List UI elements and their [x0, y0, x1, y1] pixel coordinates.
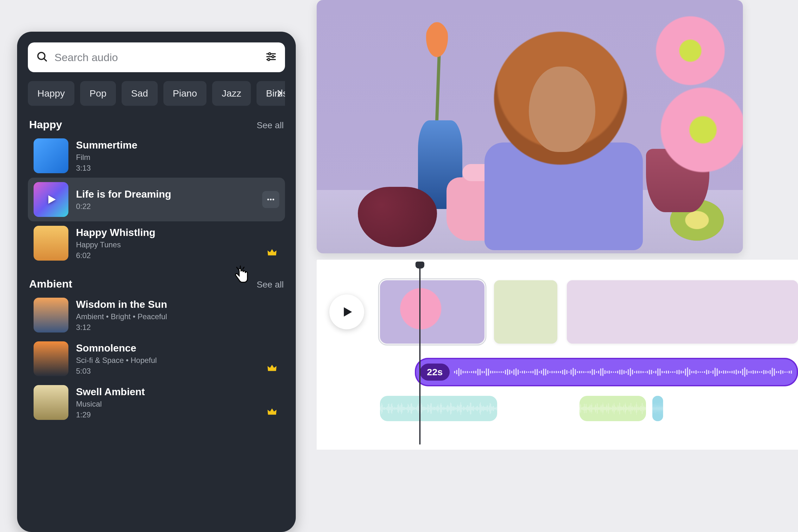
svg-rect-74	[581, 371, 582, 373]
see-all-link[interactable]: See all	[256, 280, 284, 290]
svg-rect-156	[755, 371, 756, 374]
svg-rect-461	[632, 406, 633, 411]
playhead[interactable]	[419, 267, 420, 444]
svg-rect-233	[423, 406, 423, 411]
svg-rect-41	[511, 371, 512, 373]
svg-rect-89	[613, 372, 614, 373]
audio-clip-secondary[interactable]	[652, 396, 663, 421]
svg-rect-490	[644, 407, 645, 411]
svg-rect-126	[691, 371, 692, 373]
svg-rect-250	[436, 407, 436, 410]
svg-rect-269	[450, 406, 450, 411]
more-options-button[interactable]	[262, 191, 279, 208]
video-clip-row	[380, 279, 798, 345]
svg-rect-123	[685, 368, 686, 375]
svg-rect-463	[633, 407, 633, 411]
svg-rect-173	[791, 370, 792, 374]
audio-clip-secondary[interactable]	[380, 396, 497, 421]
svg-rect-104	[645, 372, 646, 373]
svg-rect-286	[462, 407, 462, 409]
track-thumbnail[interactable]	[34, 138, 69, 173]
svg-rect-381	[599, 407, 600, 410]
audio-track-item[interactable]: Wisdom in the SunAmbient • Bright • Peac…	[28, 293, 285, 337]
category-chip[interactable]: Sad	[121, 81, 157, 106]
category-chip[interactable]: Jazz	[212, 81, 251, 106]
svg-rect-319	[486, 406, 487, 411]
svg-line-11	[236, 267, 238, 269]
svg-rect-32	[492, 371, 493, 373]
audio-track-item[interactable]: Happy WhistlingHappy Tunes6:02	[28, 221, 285, 265]
play-button[interactable]	[329, 294, 364, 329]
svg-rect-36	[501, 371, 501, 373]
svg-rect-466	[634, 406, 634, 411]
category-chip[interactable]: Piano	[164, 81, 207, 106]
svg-rect-184	[387, 406, 387, 411]
svg-rect-247	[434, 406, 434, 410]
svg-rect-364	[592, 405, 592, 412]
svg-rect-169	[782, 370, 783, 373]
track-thumbnail[interactable]	[34, 385, 69, 420]
svg-rect-95	[626, 371, 627, 373]
track-thumbnail[interactable]	[34, 298, 69, 332]
svg-rect-317	[485, 406, 485, 410]
premium-crown-icon	[267, 406, 278, 417]
svg-rect-329	[493, 406, 494, 411]
svg-rect-80	[594, 369, 595, 375]
svg-rect-445	[626, 405, 626, 412]
svg-rect-413	[612, 405, 613, 413]
svg-rect-68	[568, 372, 569, 373]
audio-clip-main[interactable]: 22s	[415, 358, 798, 386]
svg-rect-92	[620, 370, 620, 375]
svg-rect-363	[591, 403, 592, 414]
audio-track-item[interactable]: SomnolenceSci-fi & Space • Hopeful5:03	[28, 337, 285, 381]
svg-rect-321	[488, 405, 488, 411]
svg-rect-98	[632, 370, 633, 375]
svg-rect-15	[456, 370, 457, 374]
svg-rect-125	[689, 369, 690, 375]
svg-rect-328	[493, 406, 493, 411]
audio-track-item[interactable]: Swell AmbientMusical1:29	[28, 381, 285, 424]
svg-rect-484	[642, 403, 642, 414]
svg-rect-376	[597, 403, 597, 414]
svg-rect-414	[613, 406, 613, 411]
svg-rect-16	[458, 368, 459, 376]
audio-track-item[interactable]: Life is for Dreaming0:22	[28, 178, 285, 221]
svg-rect-406	[610, 407, 610, 410]
track-thumbnail[interactable]	[34, 341, 69, 376]
track-thumbnail[interactable]	[34, 182, 69, 217]
svg-rect-159	[761, 371, 762, 373]
category-chip[interactable]: Pop	[80, 81, 116, 106]
video-clip[interactable]	[380, 280, 484, 344]
svg-rect-271	[451, 403, 451, 414]
svg-rect-77	[587, 371, 588, 373]
svg-rect-257	[441, 403, 441, 414]
svg-rect-348	[585, 406, 586, 411]
svg-rect-378	[598, 406, 598, 410]
svg-rect-360	[590, 405, 591, 412]
svg-rect-400	[607, 405, 607, 412]
video-clip[interactable]	[494, 280, 557, 344]
video-clip[interactable]	[567, 280, 798, 344]
svg-rect-403	[608, 403, 609, 414]
category-chip[interactable]: Happy	[28, 81, 74, 106]
svg-rect-325	[491, 404, 491, 414]
audio-track-item[interactable]: SummertimeFilm3:13	[28, 134, 285, 178]
svg-rect-26	[479, 369, 480, 375]
chevron-right-icon[interactable]	[272, 87, 285, 100]
svg-rect-58	[547, 370, 548, 374]
search-input[interactable]	[55, 51, 259, 64]
canvas-preview[interactable]	[317, 0, 743, 253]
svg-rect-217	[411, 403, 412, 414]
svg-rect-225	[417, 405, 418, 412]
search-box[interactable]	[28, 42, 285, 72]
audio-clip-secondary[interactable]	[580, 396, 646, 421]
see-all-link[interactable]: See all	[256, 120, 284, 131]
svg-rect-241	[429, 407, 430, 410]
svg-rect-19	[464, 371, 466, 373]
svg-rect-458	[631, 403, 631, 414]
svg-rect-472	[637, 405, 637, 413]
svg-rect-282	[459, 406, 459, 411]
filter-icon[interactable]	[265, 51, 277, 64]
svg-rect-460	[632, 407, 632, 410]
track-thumbnail[interactable]	[34, 226, 69, 261]
